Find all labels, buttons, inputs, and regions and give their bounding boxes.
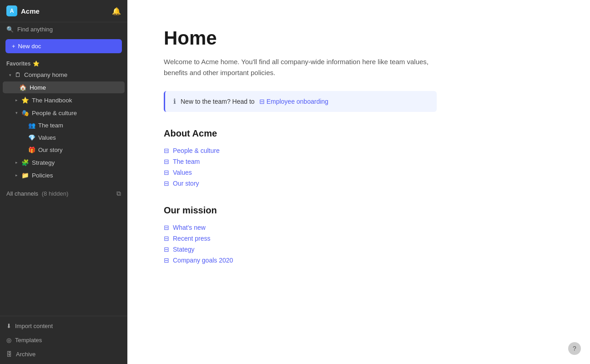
all-channels-label: All channels (8 hidden): [6, 190, 68, 197]
bell-icon[interactable]: 🔔: [112, 7, 121, 15]
page-description: Welcome to Acme home. You'll find all co…: [164, 56, 437, 78]
doc-link-icon-1: ⊟: [164, 147, 169, 154]
chevron-down-icon: ▾: [9, 73, 11, 77]
arrow-right-icon: ▸: [15, 98, 18, 102]
policies-label: Policies: [32, 172, 53, 179]
sidebar-item-handbook[interactable]: ▸ ⭐ The Handbook: [3, 94, 125, 106]
sidebar-item-team[interactable]: 👥 The team: [3, 120, 125, 131]
sidebar: A Acme 🔔 🔍 Find anything + New doc Favor…: [0, 0, 127, 364]
templates-label: Templates: [15, 337, 42, 344]
favorites-star-icon: ⭐: [33, 61, 40, 67]
import-content-item[interactable]: ⬇ Import content: [0, 319, 127, 333]
handbook-label: The Handbook: [32, 97, 72, 104]
company-home-doc-icon: 🗒: [15, 71, 21, 78]
recent-press-link[interactable]: ⊟ Recent press: [164, 233, 554, 244]
templates-item[interactable]: ◎ Templates: [0, 333, 127, 347]
strategy-label: Strategy: [32, 159, 55, 166]
team-label: The team: [38, 122, 63, 129]
people-culture-link[interactable]: ⊟ People & culture: [164, 145, 554, 156]
whats-new-link[interactable]: ⊟ What's new: [164, 222, 554, 233]
doc-link-icon-5: ⊟: [164, 224, 169, 231]
onboarding-doc-icon: ⊟: [259, 98, 265, 105]
sidebar-item-policies[interactable]: ▸ 📁 Policies: [3, 169, 125, 181]
whats-new-label: What's new: [173, 224, 206, 231]
our-mission-section: Our mission ⊟ What's new ⊟ Recent press …: [164, 205, 554, 266]
about-links: ⊟ People & culture ⊟ The team ⊟ Values ⊟…: [164, 145, 554, 189]
doc-link-icon-3: ⊟: [164, 169, 169, 176]
sidebar-header: A Acme 🔔: [0, 0, 127, 22]
archive-label: Archive: [16, 351, 35, 358]
all-channels: All channels (8 hidden) ⧉: [0, 186, 127, 201]
recent-press-label: Recent press: [173, 235, 210, 242]
chevron-down-icon-2: ▾: [15, 111, 18, 115]
stategy-label: Stategy: [173, 246, 194, 253]
favorites-label: Favorites ⭐: [0, 56, 127, 69]
archive-icon: 🗄: [6, 351, 12, 358]
values-emoji-icon: 💎: [28, 134, 35, 141]
people-emoji-icon: 🎭: [21, 109, 29, 116]
arrow-right-icon-2: ▸: [15, 160, 18, 165]
new-doc-label: New doc: [18, 43, 41, 50]
help-button[interactable]: ?: [568, 342, 581, 355]
home-label: Home: [30, 84, 46, 91]
new-doc-button[interactable]: + New doc: [5, 39, 122, 53]
brand-icon-letter: A: [10, 8, 14, 14]
mission-links: ⊟ What's new ⊟ Recent press ⊟ Stategy ⊟ …: [164, 222, 554, 266]
home-emoji-icon: 🏠: [19, 84, 27, 91]
brand-name: Acme: [21, 7, 40, 15]
handbook-star-icon: ⭐: [21, 96, 29, 104]
arrow-right-icon-3: ▸: [15, 173, 18, 177]
onboarding-link-label: Employee onboarding: [267, 98, 328, 105]
import-label: Import content: [15, 323, 53, 329]
doc-link-icon-8: ⊟: [164, 257, 169, 264]
brand: A Acme: [6, 5, 40, 16]
brand-icon: A: [6, 5, 17, 16]
sidebar-item-company-home[interactable]: ▾ 🗒 Company home: [3, 69, 125, 81]
doc-link-icon-2: ⊟: [164, 158, 169, 165]
sidebar-item-our-story[interactable]: 🎁 Our story: [3, 144, 125, 156]
sidebar-item-values[interactable]: 💎 Values: [3, 132, 125, 143]
about-acme-heading: About Acme: [164, 128, 554, 139]
stategy-link[interactable]: ⊟ Stategy: [164, 244, 554, 255]
callout-box: ℹ New to the team? Head to ⊟ Employee on…: [164, 91, 437, 112]
the-team-link[interactable]: ⊟ The team: [164, 156, 554, 167]
main-content: Home Welcome to Acme home. You'll find a…: [127, 0, 590, 364]
info-icon: ℹ: [173, 97, 176, 106]
about-acme-section: About Acme ⊟ People & culture ⊟ The team…: [164, 128, 554, 189]
values-link-label: Values: [173, 169, 192, 176]
policies-emoji-icon: 📁: [21, 172, 29, 179]
our-story-label: Our story: [38, 147, 62, 153]
our-story-emoji-icon: 🎁: [28, 147, 35, 153]
company-goals-label: Company goals 2020: [173, 257, 233, 264]
team-emoji-icon: 👥: [28, 122, 35, 129]
search-label: Find anything: [17, 26, 53, 33]
search-icon: 🔍: [6, 26, 14, 33]
people-culture-link-label: People & culture: [173, 147, 220, 154]
doc-link-icon-6: ⊟: [164, 235, 169, 242]
doc-link-icon-7: ⊟: [164, 246, 169, 253]
the-team-link-label: The team: [173, 158, 200, 165]
doc-link-icon-4: ⊟: [164, 180, 169, 187]
sidebar-item-home[interactable]: 🏠 Home: [3, 81, 125, 93]
our-mission-heading: Our mission: [164, 205, 554, 216]
employee-onboarding-link[interactable]: ⊟ Employee onboarding: [259, 98, 328, 105]
callout-text: New to the team? Head to: [181, 98, 255, 105]
copy-channels-icon[interactable]: ⧉: [116, 190, 121, 197]
plus-icon: +: [12, 43, 15, 50]
import-icon: ⬇: [6, 323, 11, 329]
values-link[interactable]: ⊟ Values: [164, 167, 554, 178]
templates-icon: ◎: [6, 337, 11, 344]
our-story-link[interactable]: ⊟ Our story: [164, 178, 554, 189]
sidebar-item-people-culture[interactable]: ▾ 🎭 People & culture: [3, 107, 125, 119]
favorites-text: Favorites: [6, 61, 30, 67]
company-goals-link[interactable]: ⊟ Company goals 2020: [164, 255, 554, 266]
sidebar-item-strategy[interactable]: ▸ 🧩 Strategy: [3, 157, 125, 168]
values-label: Values: [38, 134, 56, 141]
our-story-link-label: Our story: [173, 180, 199, 187]
strategy-emoji-icon: 🧩: [21, 159, 29, 166]
page-title: Home: [164, 27, 554, 49]
archive-item[interactable]: 🗄 Archive: [0, 347, 127, 361]
company-home-label: Company home: [24, 71, 67, 78]
search-bar[interactable]: 🔍 Find anything: [0, 22, 127, 36]
people-culture-label: People & culture: [32, 110, 77, 116]
